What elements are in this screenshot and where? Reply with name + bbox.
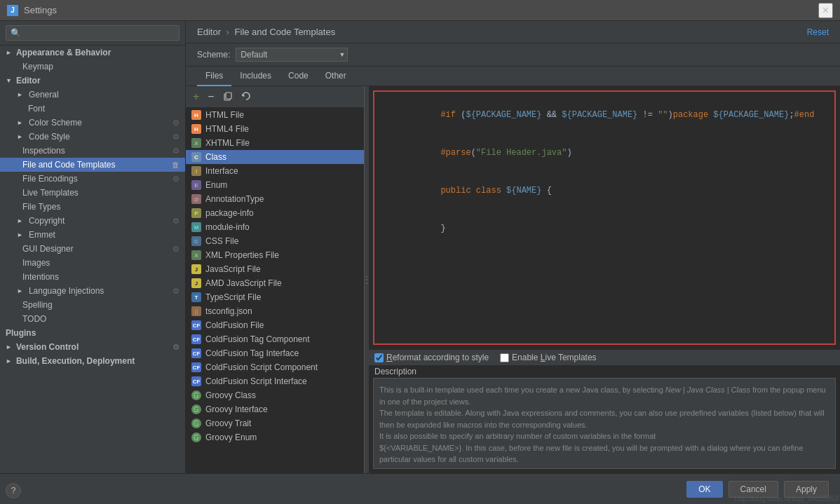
title-bar: J Settings ×: [0, 0, 840, 21]
tab-code[interactable]: Code: [280, 67, 317, 86]
file-item-xhtml[interactable]: X XHTML File: [186, 136, 364, 150]
sidebar-label-plugins: Plugins: [6, 328, 36, 338]
sidebar-item-codestyle[interactable]: Code Style ⚙: [0, 130, 185, 144]
sidebar-item-appearance[interactable]: Appearance & Behavior: [0, 46, 185, 60]
tabs-row: Files Includes Code Other: [186, 67, 840, 86]
file-item-groovyclass[interactable]: G Groovy Class: [186, 388, 364, 402]
help-button[interactable]: ?: [6, 483, 21, 498]
sidebar-item-todo[interactable]: TODO: [0, 312, 185, 326]
sidebar-label-colorscheme: Color Scheme: [29, 118, 82, 128]
sidebar-label-editor: Editor: [16, 76, 41, 86]
sidebar-item-versioncontrol[interactable]: Version Control ⚙: [0, 340, 185, 354]
file-item-enum[interactable]: E Enum: [186, 178, 364, 192]
file-item-cftagcomp[interactable]: CF ColdFusion Tag Component: [186, 332, 364, 346]
file-item-class[interactable]: C Class: [186, 150, 364, 164]
sidebar-item-editor[interactable]: Editor: [0, 74, 185, 88]
file-item-interface[interactable]: I Interface: [186, 164, 364, 178]
svg-rect-1: [226, 93, 231, 99]
file-item-cfscriptiface[interactable]: CF ColdFusion Script Interface: [186, 374, 364, 388]
file-item-cfscriptcomp[interactable]: CF ColdFusion Script Component: [186, 360, 364, 374]
sidebar-item-inspections[interactable]: Inspections ⚙: [0, 144, 185, 158]
file-icon-javascript: J: [191, 264, 201, 274]
file-icon-groovyiface: G: [191, 404, 201, 414]
sidebar-item-colorscheme[interactable]: Color Scheme ⚙: [0, 116, 185, 130]
file-item-css[interactable]: C CSS File: [186, 234, 364, 248]
reset-template-button[interactable]: [238, 90, 254, 104]
file-item-amdjavascript[interactable]: J AMD JavaScript File: [186, 276, 364, 290]
code-editor[interactable]: #if (${PACKAGE_NAME} && ${PACKAGE_NAME} …: [373, 90, 836, 345]
sidebar-item-emmet[interactable]: Emmet: [0, 228, 185, 242]
file-item-html4[interactable]: H HTML4 File: [186, 122, 364, 136]
file-item-groovytrait[interactable]: G Groovy Trait: [186, 416, 364, 430]
file-item-coldfusion[interactable]: CF ColdFusion File: [186, 318, 364, 332]
file-item-tsconfig[interactable]: {} tsconfig.json: [186, 304, 364, 318]
file-item-javascript[interactable]: J JavaScript File: [186, 262, 364, 276]
file-icon-cftagcomp: CF: [191, 334, 201, 344]
file-item-groovyenum[interactable]: G Groovy Enum: [186, 430, 364, 444]
file-item-label-groovyenum: Groovy Enum: [205, 433, 257, 442]
file-item-xmlproperties[interactable]: X XML Properties File: [186, 248, 364, 262]
file-icon-groovytrait: G: [191, 418, 201, 428]
file-icon-coldfusion: CF: [191, 320, 201, 330]
sidebar-item-livetemplates[interactable]: Live Templates: [0, 186, 185, 200]
sidebar-item-copyright[interactable]: Copyright ⚙: [0, 214, 185, 228]
sidebar-label-versioncontrol: Version Control: [16, 342, 79, 352]
close-button[interactable]: ×: [818, 3, 833, 18]
reset-button[interactable]: Reset: [807, 27, 829, 37]
sidebar-item-plugins[interactable]: Plugins: [0, 326, 185, 340]
scheme-select[interactable]: Default Project: [236, 48, 348, 62]
file-item-annotationtype[interactable]: @ AnnotationType: [186, 192, 364, 206]
description-var-format: ${<VARIABLE_NAME>}. In this case, before…: [379, 444, 804, 464]
file-item-moduleinfo[interactable]: M module-info: [186, 220, 364, 234]
reformat-checkbox[interactable]: [374, 353, 384, 362]
sidebar-label-keymap: Keymap: [22, 62, 53, 71]
scheme-select-wrapper: Default Project: [236, 48, 348, 62]
tab-includes[interactable]: Includes: [231, 67, 280, 86]
sidebar-item-general[interactable]: General: [0, 88, 185, 102]
file-item-html[interactable]: H HTML File: [186, 108, 364, 122]
remove-template-button[interactable]: −: [205, 89, 217, 104]
sidebar-item-intentions[interactable]: Intentions: [0, 270, 185, 284]
description-text-1: This is a built-in template used each ti…: [379, 386, 665, 394]
file-item-groovyiface[interactable]: G Groovy Interface: [186, 402, 364, 416]
file-icon-typescript: T: [191, 292, 201, 302]
sidebar-item-spelling[interactable]: Spelling: [0, 298, 185, 312]
file-item-label-tsconfig: tsconfig.json: [205, 306, 252, 316]
tab-other[interactable]: Other: [317, 67, 355, 86]
tab-files[interactable]: Files: [197, 67, 231, 86]
file-item-cftagiface[interactable]: CF ColdFusion Tag Interface: [186, 346, 364, 360]
file-icon-groovyenum: G: [191, 433, 201, 442]
reformat-checkbox-label[interactable]: Reformat according to style: [374, 353, 489, 362]
file-item-typescript[interactable]: T TypeScript File: [186, 290, 364, 304]
sidebar-label-buildexecution: Build, Execution, Deployment: [16, 356, 135, 366]
ok-button[interactable]: OK: [686, 481, 722, 498]
expand-arrow-general: [17, 91, 23, 98]
enable-live-checkbox-label[interactable]: Enable Live Templates: [500, 353, 597, 362]
code-line-4: }: [380, 210, 829, 247]
file-item-packageinfo[interactable]: P package-info: [186, 206, 364, 220]
sidebar-item-fileencodings[interactable]: File Encodings ⚙: [0, 172, 185, 186]
sidebar-item-font[interactable]: Font: [0, 102, 185, 116]
code-line-5: [380, 247, 829, 260]
sidebar-item-filetypes[interactable]: File Types: [0, 200, 185, 214]
file-icon-css: C: [191, 236, 201, 246]
reformat-label: Reformat according to style: [386, 353, 489, 362]
content-header: Editor › File and Code Templates Reset: [186, 21, 840, 43]
sidebar-label-copyright: Copyright: [29, 216, 65, 226]
add-template-button[interactable]: +: [190, 89, 202, 104]
copy-template-button[interactable]: [220, 90, 236, 104]
sidebar-item-buildexecution[interactable]: Build, Execution, Deployment: [0, 354, 185, 368]
sidebar-item-images[interactable]: Images: [0, 256, 185, 270]
sidebar-item-languageinjections[interactable]: Language Injections ⚙: [0, 284, 185, 298]
sidebar-item-keymap[interactable]: Keymap: [0, 60, 185, 74]
file-item-label-interface: Interface: [205, 166, 238, 176]
description-italic-parse: #parse: [414, 467, 438, 470]
sidebar-label-fileencodings: File Encodings: [22, 174, 78, 184]
breadcrumb-current: File and Code Templates: [235, 27, 336, 37]
sidebar-item-filecodetemplates[interactable]: File and Code Templates 🗑: [0, 158, 185, 172]
search-input[interactable]: [6, 25, 179, 41]
sidebar-item-guidesigner[interactable]: GUI Designer ⚙: [0, 242, 185, 256]
file-icon-html4: H: [191, 124, 201, 134]
file-item-label-html4: HTML4 File: [205, 124, 249, 134]
enable-live-checkbox[interactable]: [500, 353, 509, 362]
